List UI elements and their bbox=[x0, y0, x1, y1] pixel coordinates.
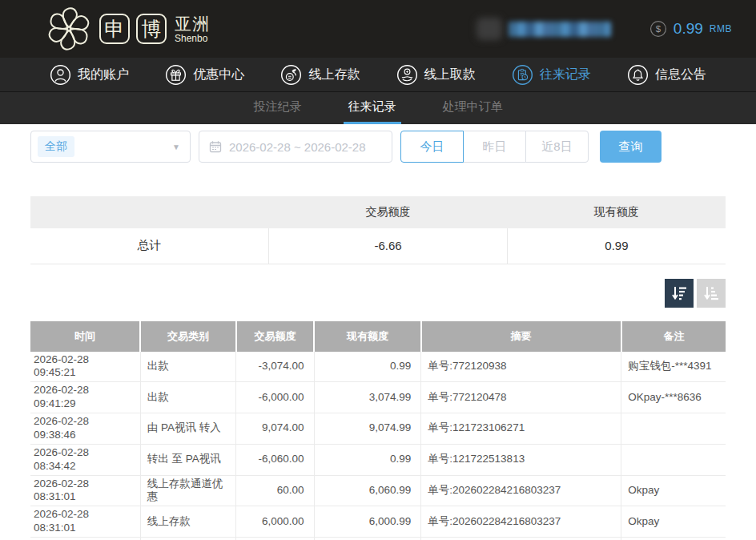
table-row: 2026-02-28 08:34:42 转出 至 PA视讯 -6,060.00 … bbox=[30, 444, 726, 475]
summary-table: 交易额度 现有额度 总计 -6.66 0.99 bbox=[30, 196, 726, 264]
logo-char-shen: 申 bbox=[99, 14, 130, 44]
cell-type: 由 PA视讯 转入 bbox=[140, 413, 236, 445]
cell-time: 2026-02-28 09:41:29 bbox=[30, 382, 140, 413]
nav-label: 线上存款 bbox=[308, 66, 360, 83]
cell-remark bbox=[621, 444, 726, 475]
deposit-icon bbox=[280, 64, 302, 86]
cell-remark bbox=[621, 413, 726, 445]
search-button[interactable]: 查询 bbox=[600, 131, 662, 163]
cell-balance: 6,000.99 bbox=[314, 506, 421, 538]
cell-summary: 单号:772120938 bbox=[421, 352, 621, 382]
table-row bbox=[30, 538, 726, 540]
sort-ascending-button[interactable] bbox=[697, 279, 726, 308]
transactions-header-row: 时间 交易类别 交易额度 现有额度 摘要 备注 bbox=[30, 321, 726, 352]
date-range-value: 2026-02-28 ~ 2026-02-28 bbox=[229, 140, 366, 154]
cell-balance: 6,060.99 bbox=[314, 475, 421, 506]
cell-amount: 6,000.00 bbox=[236, 506, 314, 538]
date-range-input[interactable]: 2026-02-28 ~ 2026-02-28 bbox=[199, 131, 392, 163]
content-area: 全部 ▼ 2026-02-28 ~ 2026-02-28 今日 昨日 近8日 查… bbox=[0, 124, 756, 540]
flower-logo-icon bbox=[45, 5, 93, 53]
summary-total-label: 总计 bbox=[30, 228, 269, 264]
table-row: 2026-02-28 09:41:29 出款 -6,000.00 3,074.9… bbox=[30, 382, 726, 413]
bell-icon bbox=[627, 64, 649, 86]
sub-tabs: 投注纪录 往来记录 处理中订单 bbox=[0, 92, 756, 124]
nav-item-announcements[interactable]: 信息公告 bbox=[627, 64, 706, 86]
summary-header-transaction: 交易额度 bbox=[269, 196, 508, 228]
sort-descending-button[interactable] bbox=[665, 279, 694, 308]
cell-time: 2026-02-28 08:34:42 bbox=[30, 444, 140, 475]
cell-type: 线上存款 bbox=[140, 506, 236, 538]
cell-summary: 单号:202602284216803237 bbox=[421, 506, 621, 538]
cell-remark bbox=[621, 538, 726, 540]
sort-descending-icon bbox=[670, 284, 689, 303]
nav-item-transactions[interactable]: 往来记录 bbox=[512, 64, 591, 86]
cell-time: 2026-02-28 08:31:01 bbox=[30, 475, 140, 506]
nav-label: 往来记录 bbox=[540, 66, 591, 83]
nav-item-withdraw[interactable]: 线上取款 bbox=[396, 64, 476, 86]
type-select[interactable]: 全部 ▼ bbox=[30, 131, 191, 163]
brand-logo[interactable]: 申 博 亚洲 Shenbo bbox=[45, 5, 210, 53]
logo-suffix: 亚洲 Shenbo bbox=[175, 15, 210, 43]
cell-summary: 单号:202602284216803237 bbox=[421, 475, 621, 506]
tab-pending-orders[interactable]: 处理中订单 bbox=[438, 92, 508, 124]
nav-item-deposit[interactable]: 线上存款 bbox=[280, 64, 360, 86]
type-select-value: 全部 bbox=[38, 136, 74, 157]
withdraw-icon bbox=[396, 64, 418, 86]
cell-type bbox=[140, 538, 236, 540]
summary-header-row: 交易额度 现有额度 bbox=[30, 196, 726, 228]
cell-balance bbox=[314, 538, 421, 540]
main-nav: 我的账户 优惠中心 线上存款 线上取款 bbox=[0, 58, 756, 92]
cell-remark: Okpay bbox=[621, 506, 726, 538]
cell-amount bbox=[236, 538, 314, 540]
cell-remark: Okpay bbox=[621, 475, 726, 506]
cell-amount: 60.00 bbox=[236, 475, 314, 506]
cell-balance: 3,074.99 bbox=[314, 382, 421, 413]
table-row: 2026-02-28 09:45:21 出款 -3,074.00 0.99 单号… bbox=[30, 352, 726, 382]
table-row: 2026-02-28 08:31:01 线上存款通道优惠 60.00 6,060… bbox=[30, 475, 726, 506]
cell-summary: 单号:121722513813 bbox=[421, 444, 621, 475]
col-header-type: 交易类别 bbox=[140, 321, 236, 352]
logo-suffix-en: Shenbo bbox=[175, 34, 210, 43]
cell-time: 2026-02-28 08:31:01 bbox=[30, 506, 140, 538]
cell-balance: 9,074.99 bbox=[314, 413, 421, 445]
records-icon bbox=[512, 64, 533, 86]
today-button[interactable]: 今日 bbox=[400, 131, 464, 163]
header-right: $ 0.99 RMB bbox=[477, 18, 732, 40]
table-row: 2026-02-28 09:38:46 由 PA视讯 转入 9,074.00 9… bbox=[30, 413, 726, 445]
username-redacted[interactable] bbox=[477, 18, 611, 40]
summary-balance-total: 0.99 bbox=[507, 228, 726, 264]
nav-item-promotions[interactable]: 优惠中心 bbox=[165, 64, 244, 86]
nav-label: 我的账户 bbox=[78, 66, 129, 83]
cell-remark: OKpay-***8636 bbox=[621, 382, 726, 413]
cell-amount: -6,060.00 bbox=[236, 444, 314, 475]
balance-currency: RMB bbox=[710, 23, 732, 34]
sort-ascending-icon bbox=[702, 284, 721, 303]
cell-amount: -3,074.00 bbox=[236, 352, 314, 382]
logo-suffix-cn: 亚洲 bbox=[175, 15, 210, 32]
balance-display[interactable]: $ 0.99 RMB bbox=[649, 20, 732, 38]
cell-summary: 单号:772120478 bbox=[421, 382, 621, 413]
yesterday-button[interactable]: 昨日 bbox=[463, 131, 526, 163]
user-icon bbox=[50, 64, 71, 86]
cell-amount: -6,000.00 bbox=[236, 382, 314, 413]
nav-label: 信息公告 bbox=[655, 66, 706, 83]
cell-type: 线上存款通道优惠 bbox=[140, 475, 236, 506]
col-header-summary: 摘要 bbox=[421, 321, 621, 352]
cell-type: 出款 bbox=[140, 382, 236, 413]
tab-transaction-records[interactable]: 往来记录 bbox=[344, 92, 401, 124]
cell-time bbox=[30, 538, 140, 540]
sort-bar bbox=[30, 279, 726, 308]
col-header-amount: 交易额度 bbox=[236, 321, 314, 352]
nav-item-my-account[interactable]: 我的账户 bbox=[50, 64, 129, 86]
table-row: 2026-02-28 08:31:01 线上存款 6,000.00 6,000.… bbox=[30, 506, 726, 538]
top-header: 申 博 亚洲 Shenbo $ 0.99 RMB bbox=[0, 0, 756, 58]
gift-icon bbox=[165, 64, 187, 86]
cell-time: 2026-02-28 09:45:21 bbox=[30, 352, 140, 382]
tab-betting-records[interactable]: 投注纪录 bbox=[249, 92, 307, 124]
cell-type: 出款 bbox=[140, 352, 236, 382]
chevron-down-icon: ▼ bbox=[172, 143, 180, 151]
summary-transaction-total: -6.66 bbox=[269, 228, 508, 264]
last-8-days-button[interactable]: 近8日 bbox=[525, 131, 589, 163]
transactions-table: 时间 交易类别 交易额度 现有额度 摘要 备注 2026-02-28 09:45… bbox=[30, 321, 726, 540]
balance-amount: 0.99 bbox=[674, 20, 703, 38]
